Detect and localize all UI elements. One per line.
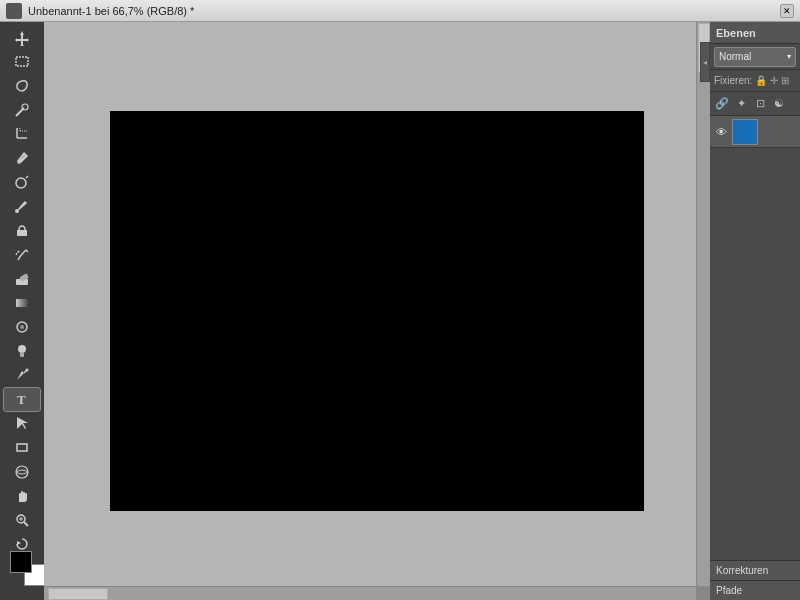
- close-button[interactable]: ✕: [780, 4, 794, 18]
- add-style-btn[interactable]: ✦: [732, 95, 750, 113]
- horizontal-scrollbar-thumb[interactable]: [48, 588, 108, 600]
- panel-spacer: [710, 148, 800, 560]
- layers-panel-title: Ebenen: [716, 27, 756, 39]
- 3d-tool[interactable]: [4, 460, 40, 483]
- lock-icon[interactable]: 🔒: [755, 75, 767, 86]
- svg-point-25: [16, 466, 28, 478]
- link-layers-btn[interactable]: 🔗: [713, 95, 731, 113]
- all-lock-icon[interactable]: ⊞: [781, 75, 789, 86]
- svg-marker-30: [17, 541, 21, 545]
- svg-rect-15: [16, 299, 28, 307]
- svg-text:T: T: [17, 392, 26, 407]
- marquee-tool[interactable]: [4, 50, 40, 73]
- magic-wand-tool[interactable]: [4, 98, 40, 121]
- crop-tool[interactable]: [4, 122, 40, 145]
- svg-point-3: [22, 104, 28, 110]
- layer-visibility-toggle[interactable]: 👁: [713, 124, 729, 140]
- svg-point-11: [15, 209, 19, 213]
- eyedropper-tool[interactable]: [4, 147, 40, 170]
- history-brush-tool[interactable]: [4, 243, 40, 266]
- dodge-tool[interactable]: [4, 339, 40, 362]
- move-tool[interactable]: [4, 26, 40, 49]
- svg-point-17: [20, 325, 24, 329]
- left-toolbar: T: [0, 22, 44, 600]
- vertical-scrollbar[interactable]: [696, 22, 710, 586]
- horizontal-scrollbar[interactable]: [44, 586, 696, 600]
- svg-point-21: [26, 369, 29, 372]
- scrollbar-corner: [696, 586, 710, 600]
- path-select-tool[interactable]: [4, 412, 40, 435]
- right-panel: ◂ Ebenen Normal ▾ Fixieren: 🔒 ✛ ⊞ 🔗 ✦ ⊡ …: [710, 22, 800, 600]
- layer-tools-row: 🔗 ✦ ⊡ ☯: [710, 92, 800, 116]
- gradient-tool[interactable]: [4, 291, 40, 314]
- hand-tool[interactable]: [4, 484, 40, 507]
- lasso-tool[interactable]: [4, 74, 40, 97]
- panel-collapse-handle[interactable]: ◂: [700, 42, 710, 82]
- korrekturen-tab[interactable]: Korrekturen: [710, 560, 800, 580]
- type-tool[interactable]: T: [4, 388, 40, 411]
- svg-point-18: [18, 345, 26, 353]
- app-icon: [6, 3, 22, 19]
- svg-rect-1: [16, 57, 28, 66]
- svg-rect-24: [17, 444, 27, 451]
- svg-point-9: [16, 178, 26, 188]
- position-lock-icon[interactable]: ✛: [770, 75, 778, 86]
- brush-tool[interactable]: [4, 195, 40, 218]
- shape-tool[interactable]: [4, 436, 40, 459]
- svg-rect-12: [17, 230, 27, 236]
- fixieren-label: Fixieren:: [714, 75, 752, 86]
- svg-marker-0: [15, 31, 29, 46]
- foreground-color-swatch[interactable]: [10, 551, 32, 573]
- adjustment-btn[interactable]: ☯: [770, 95, 788, 113]
- canvas-area: [44, 22, 710, 600]
- svg-marker-23: [17, 417, 28, 429]
- layer-mode-row: Normal ▾: [710, 44, 800, 70]
- svg-rect-19: [20, 352, 24, 357]
- color-swatches[interactable]: [10, 551, 44, 586]
- lock-row: Fixieren: 🔒 ✛ ⊞: [710, 70, 800, 92]
- title-bar: Unbenannt-1 bei 66,7% (RGB/8) * ✕: [0, 0, 800, 22]
- zoom-tool[interactable]: [4, 508, 40, 531]
- layer-thumbnail: [732, 119, 758, 145]
- svg-line-10: [26, 176, 28, 178]
- document-canvas: [110, 111, 644, 511]
- layer-mode-dropdown[interactable]: Normal ▾: [714, 47, 796, 67]
- spot-heal-tool[interactable]: [4, 171, 40, 194]
- pen-tool[interactable]: [4, 364, 40, 387]
- document-title: Unbenannt-1 bei 66,7% (RGB/8) *: [28, 5, 774, 17]
- blur-tool[interactable]: [4, 315, 40, 338]
- layer-item[interactable]: 👁: [710, 116, 800, 148]
- add-mask-btn[interactable]: ⊡: [751, 95, 769, 113]
- svg-line-27: [24, 522, 28, 526]
- eraser-tool[interactable]: [4, 267, 40, 290]
- pfade-tab[interactable]: Pfade: [710, 580, 800, 600]
- stamp-tool[interactable]: [4, 219, 40, 242]
- layers-panel-header: Ebenen: [710, 22, 800, 44]
